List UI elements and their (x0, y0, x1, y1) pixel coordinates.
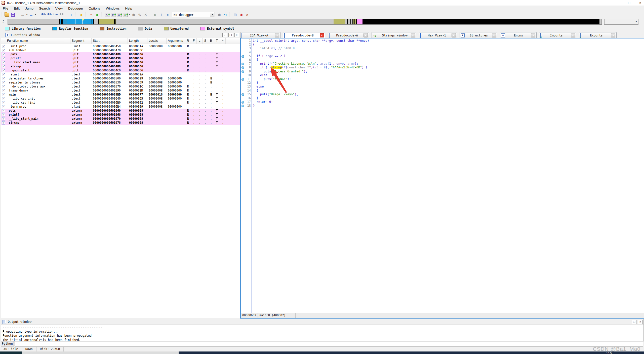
code-line[interactable]: 11 puts("WRONG!"); (241, 77, 644, 81)
tab-enums[interactable]: ≡Enums× (500, 32, 537, 38)
open-file-icon[interactable] (4, 12, 9, 17)
breakpoint-icon[interactable] (242, 78, 244, 81)
breakpoint-icon[interactable] (242, 55, 244, 58)
column-header-t[interactable]: T (214, 38, 220, 44)
tab-imports[interactable]: ◄Imports× (539, 32, 576, 38)
code-line[interactable]: 12 } (241, 81, 644, 85)
colors-icon[interactable]: ● (79, 12, 84, 17)
tab-close-icon[interactable]: × (411, 33, 415, 37)
tab-strings-window[interactable]: 's'Strings window× (372, 32, 416, 38)
menu-help[interactable]: Help (123, 6, 135, 11)
column-header-s[interactable]: S (203, 38, 208, 44)
function-row[interactable]: f__libc_csu_init.text0000000000400640000… (1, 97, 240, 101)
function-row[interactable]: fputsextern000000000060106000000008R....… (1, 109, 240, 113)
column-header-segment[interactable]: Segment (70, 38, 92, 44)
function-row[interactable]: fregister_tm_clones.text0000000000400530… (1, 80, 240, 84)
column-header-length[interactable]: Length (128, 38, 147, 44)
code-line[interactable]: 6 { (241, 58, 644, 62)
function-row[interactable]: f__do_global_dtors_aux.text0000000000400… (1, 84, 240, 88)
make-array-icon[interactable]: ∗ (131, 12, 136, 17)
chevron-down-icon[interactable]: ▼ (210, 13, 214, 17)
tab-ida-view-a[interactable]: IDA View-A× (240, 32, 280, 38)
rename-icon[interactable]: ✎ (137, 12, 142, 17)
tab-pseudocode-b[interactable]: Pseudocode-B× (283, 32, 325, 38)
undefine-icon[interactable]: × (143, 12, 148, 17)
code-line[interactable]: 17 return 0; (241, 100, 644, 104)
menu-debugger[interactable]: Debugger (65, 6, 86, 11)
function-row[interactable]: f__libc_start_mainextern0000000000601070… (1, 117, 240, 121)
tab-exports[interactable]: ►Exports× (579, 32, 617, 38)
column-header-=[interactable]: = (220, 38, 226, 44)
column-header-locals[interactable]: Locals (147, 38, 167, 44)
function-row[interactable]: fprintfextern000000000060106800000008R..… (1, 113, 240, 117)
breakpoint-icon[interactable] (242, 66, 244, 69)
function-row[interactable]: fstrcmpextern000000000060107800000008R..… (1, 121, 240, 125)
tab-close-icon[interactable]: × (275, 33, 279, 37)
function-row[interactable]: f_puts.plt000000000040048000000006R....T… (1, 52, 240, 56)
tab-close-icon[interactable]: × (320, 33, 324, 37)
code-line[interactable]: 7 printf("Checking License: %s\n", argv[… (241, 62, 644, 66)
tab-close-icon[interactable]: × (364, 33, 368, 37)
jump-icon[interactable]: ↓ (69, 12, 74, 17)
breakpoint-icon[interactable] (242, 105, 244, 107)
problems-icon[interactable]: ⚠ (89, 12, 94, 17)
drag-handle[interactable] (1, 19, 2, 24)
make-code-icon[interactable]: C+ (104, 12, 109, 17)
code-line[interactable]: 4 (241, 51, 644, 55)
column-header-b[interactable]: B (208, 38, 214, 44)
menu-file[interactable]: File (0, 6, 11, 11)
dock-icon[interactable]: ▫ (222, 33, 227, 37)
remove-breakpoint-icon[interactable]: × (245, 12, 250, 17)
breakpoint-icon[interactable] (242, 93, 244, 96)
search-text-icon[interactable]: T (47, 12, 52, 17)
make-data-icon[interactable]: D+ (110, 12, 115, 17)
close-icon[interactable]: × (234, 33, 239, 37)
column-header-r[interactable]: R (185, 38, 191, 44)
function-row[interactable]: fsub_400470.plt00000000004004700000000C.… (1, 48, 240, 52)
start-process-icon[interactable]: ▶ (153, 12, 158, 17)
code-line[interactable]: 15 puts("Usage: <key>"); (241, 93, 644, 97)
float-icon[interactable]: ❏ (632, 320, 636, 324)
tab-pseudocode-a[interactable]: Pseudocode-A× (328, 32, 369, 38)
debugger-combo[interactable]: No debugger▼ (172, 12, 215, 17)
column-header-l[interactable]: L (197, 38, 203, 44)
function-row[interactable]: f_start.text00000000004004D00000002A....… (1, 72, 240, 76)
tab-structures[interactable]: AStructures× (460, 32, 497, 38)
tab-close-icon[interactable]: × (452, 33, 456, 37)
function-row[interactable]: f_strcmp.plt00000000004004B000000006R...… (1, 64, 240, 68)
breakpoint-icon[interactable] (242, 63, 244, 65)
python-command-input[interactable] (15, 341, 643, 346)
forward-history-dropdown[interactable]: ▾ (34, 14, 37, 16)
analysis-indicator-icon[interactable]: ● (95, 12, 100, 17)
menu-view[interactable]: View (53, 6, 65, 11)
code-line[interactable]: 9 puts("Access Granted!"); (241, 70, 644, 74)
code-line[interactable]: 3 __int64 v3; // ST00_8 (241, 47, 644, 51)
code-line[interactable]: 2{ (241, 43, 644, 47)
pseudocode-view[interactable]: 1int __cdecl main(int argc, const char *… (241, 38, 644, 313)
search-next-icon[interactable] (59, 12, 64, 17)
function-row[interactable]: f_term_proc.fini00000000004006B400000009… (1, 105, 240, 109)
menu-windows[interactable]: Windows (103, 6, 123, 11)
function-row[interactable]: f__libc_csu_fini.text00000000004006B0000… (1, 101, 240, 105)
forward-icon[interactable]: → (29, 12, 34, 17)
code-line[interactable]: 1int __cdecl main(int argc, const char *… (241, 39, 644, 43)
save-file-icon[interactable] (10, 12, 15, 17)
function-row[interactable]: f_init_proc.init00000000004004500000001A… (1, 44, 240, 48)
drag-handle[interactable] (2, 33, 3, 37)
attach-process-icon[interactable]: ∗ (217, 12, 222, 17)
menu-jump[interactable]: Jump (22, 6, 36, 11)
code-line[interactable]: 18} (241, 104, 644, 108)
tab-close-icon[interactable]: × (492, 33, 496, 37)
navband-scroll-arrows[interactable]: ◂▸ (3, 19, 6, 24)
navband-zoom-combo[interactable]: ▼ (604, 19, 638, 25)
breakpoint-icon[interactable] (242, 70, 244, 73)
make-string-dropdown[interactable]: ▾ (128, 14, 131, 16)
python-interpreter-button[interactable]: Python (1, 341, 14, 346)
code-line[interactable]: 13 else (241, 85, 644, 89)
menu-options[interactable]: Options (86, 6, 103, 11)
debugger-windows-icon[interactable]: ▤ (233, 12, 238, 17)
code-line[interactable]: 10 else (241, 73, 644, 77)
code-line[interactable]: 5 if ( argc == 2 ) (241, 54, 644, 58)
menu-search[interactable]: Search (36, 6, 53, 11)
tab-close-icon[interactable]: × (571, 33, 575, 37)
